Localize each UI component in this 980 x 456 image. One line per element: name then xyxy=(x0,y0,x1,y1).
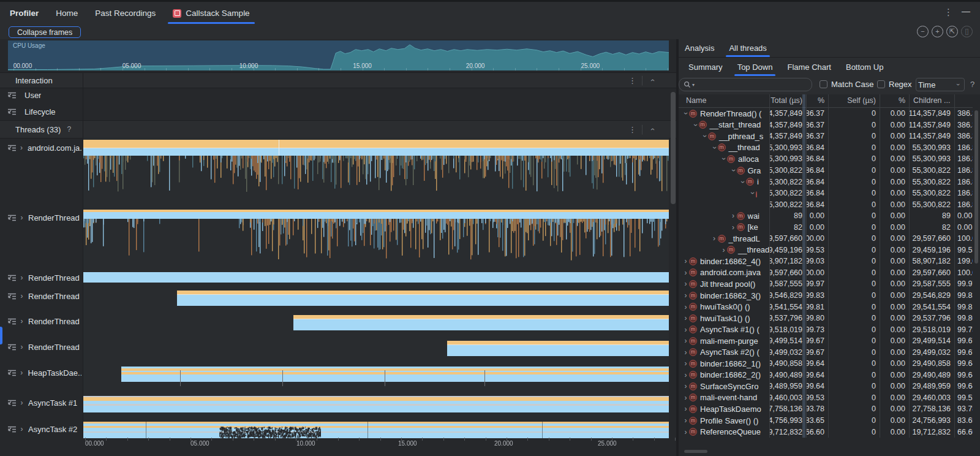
chevron-right-icon[interactable]: › xyxy=(682,303,689,311)
match-case-checkbox[interactable] xyxy=(820,80,827,88)
table-row[interactable]: ›mhwuiTask0() ()29,541,55499.8100.0029,5… xyxy=(679,301,980,313)
callstack-flame[interactable] xyxy=(83,156,669,193)
table-row[interactable]: ›m__thread55,300,993186.8400.0055,300,99… xyxy=(679,142,980,154)
thread-row-label[interactable]: ›RenderThread xyxy=(0,211,81,224)
thread-track-bar[interactable] xyxy=(447,341,669,356)
chevron-down-icon[interactable]: › xyxy=(720,156,728,162)
table-row[interactable]: ›mwai890.0000.00890.00 xyxy=(679,210,980,222)
table-row[interactable]: ›malloca55,300,993186.8400.0055,300,9931… xyxy=(679,153,980,165)
interaction-collapse-icon[interactable]: › xyxy=(649,77,656,84)
interaction-row-lifecycle[interactable]: Lifecycle xyxy=(0,104,81,120)
tab-home[interactable]: Home xyxy=(56,2,78,25)
subtab-flame-chart[interactable]: Flame Chart xyxy=(787,58,831,76)
table-row[interactable]: ›m__thread29,459,19699.5300.0029,459,196… xyxy=(679,245,980,256)
chevron-right-icon[interactable]: › xyxy=(682,314,689,322)
tab-analysis[interactable]: Analysis xyxy=(685,39,714,57)
thread-track-bar[interactable] xyxy=(177,291,669,306)
table-row[interactable]: ›mProfile Saver() ()24,756,99383.6500.00… xyxy=(679,415,980,427)
chevron-right-icon[interactable]: › xyxy=(18,214,25,221)
thread-track-bar[interactable] xyxy=(293,315,669,330)
column-header-Self (µs)[interactable]: Self (µs) xyxy=(828,94,880,108)
table-row[interactable]: ›mAsyncTask #2() (29,499,03299.6700.0029… xyxy=(679,346,980,358)
chevron-down-icon[interactable]: › xyxy=(710,144,718,151)
chevron-right-icon[interactable]: › xyxy=(682,371,689,379)
zoom-to-selection-icon[interactable]: [] xyxy=(961,26,973,37)
chevron-right-icon[interactable]: › xyxy=(682,382,689,390)
search-options-chevron-icon[interactable]: ▾ xyxy=(692,82,695,88)
thread-track-bar[interactable] xyxy=(83,140,669,156)
table-row[interactable]: ›mAsyncTask #1() (29,518,01999.7300.0029… xyxy=(679,324,980,335)
thread-row-label[interactable]: ›android.com.ja... xyxy=(0,142,81,154)
window-menu-icon[interactable]: ⋮ xyxy=(944,7,953,18)
interaction-section-header[interactable]: Interaction ⋮ › xyxy=(0,72,676,88)
search-input[interactable] xyxy=(696,80,796,89)
cpu-usage-chart[interactable]: 00.00005.00010.00015.00020.00025.000 CPU… xyxy=(8,40,669,70)
interaction-row-user[interactable]: User xyxy=(0,87,81,104)
table-row[interactable]: ›mi55,300,822186.8400.0055,300,822186.84 xyxy=(679,176,980,188)
subtab-bottom-up[interactable]: Bottom Up xyxy=(846,58,883,76)
chevron-right-icon[interactable]: › xyxy=(18,425,25,433)
tab-profiler[interactable]: Profiler xyxy=(10,2,39,25)
table-row[interactable]: ›mRenderThread() (114,357,849386.3700.00… xyxy=(679,108,980,120)
table-row[interactable]: ›mSurfaceSyncGro29,489,95999.6400.0029,4… xyxy=(679,381,980,392)
table-row[interactable]: ›m_threadL29,597,660100.0000.0029,597,66… xyxy=(679,233,980,245)
threads-section-header[interactable]: Threads (33) ? ⋮ › xyxy=(0,120,676,139)
chevron-right-icon[interactable]: › xyxy=(682,428,689,436)
chevron-right-icon[interactable]: › xyxy=(682,280,689,287)
tab-all-threads[interactable]: All threads xyxy=(729,39,766,57)
threads-menu-icon[interactable]: ⋮ xyxy=(628,125,636,134)
table-row[interactable]: ›mmali-event-hand29,460,00399.5300.0029,… xyxy=(679,392,980,404)
minimize-icon[interactable]: — xyxy=(962,6,970,16)
thread-track-bar[interactable] xyxy=(83,272,669,283)
table-row[interactable]: ›mhwuiTask1() ()29,537,79699.8000.0029,5… xyxy=(679,313,980,324)
chevron-down-icon[interactable]: › xyxy=(692,121,699,128)
table-row[interactable]: ›mbinder:16862_4()58,907,182199.0300.005… xyxy=(679,256,980,267)
thread-track-bar[interactable] xyxy=(83,422,669,438)
table-row[interactable]: 55,300,822186.8400.0055,300,822186.84 xyxy=(679,199,980,210)
thread-row-label[interactable]: ›RenderThread xyxy=(0,341,81,353)
column-header-%[interactable]: % xyxy=(880,94,909,108)
chevron-right-icon[interactable]: › xyxy=(18,292,25,300)
chevron-right-icon[interactable]: › xyxy=(711,235,718,242)
chevron-right-icon[interactable]: › xyxy=(682,292,689,299)
table-row[interactable]: ›m__pthread_s114,357,849386.3700.00114,3… xyxy=(679,131,980,142)
chevron-right-icon[interactable]: › xyxy=(682,349,689,356)
chevron-right-icon[interactable]: › xyxy=(682,394,689,401)
chevron-right-icon[interactable]: › xyxy=(720,246,727,254)
chevron-right-icon[interactable]: › xyxy=(18,399,25,406)
table-row[interactable]: ›mmali-mem-purge29,499,51499.6700.0029,4… xyxy=(679,335,980,347)
reset-zoom-icon[interactable]: ⇱ xyxy=(946,26,958,37)
help-icon[interactable]: ? xyxy=(970,80,974,89)
column-header-%[interactable]: % xyxy=(806,94,828,108)
zoom-out-icon[interactable]: − xyxy=(917,26,929,37)
thread-row-label[interactable]: ›AsyncTask #1 xyxy=(0,397,81,409)
table-row[interactable]: ›mandroid.com.java29,597,660100.0000.002… xyxy=(679,267,980,279)
table-row[interactable]: ›m[ke820.0000.00820.00 xyxy=(679,221,980,233)
thread-row-label[interactable]: ›RenderThread xyxy=(0,272,81,284)
chevron-down-icon[interactable]: › xyxy=(748,190,756,197)
chevron-right-icon[interactable]: › xyxy=(18,369,24,376)
thread-row-label[interactable]: ›HeapTaskDae... xyxy=(0,367,81,379)
chevron-right-icon[interactable]: › xyxy=(730,212,737,219)
table-row[interactable]: ›m__start_thread114,357,849386.3700.0011… xyxy=(679,120,980,131)
chevron-right-icon[interactable]: › xyxy=(682,405,689,412)
chevron-right-icon[interactable]: › xyxy=(18,144,24,151)
left-panel-scrollbar[interactable] xyxy=(671,92,676,204)
chevron-down-icon[interactable]: › xyxy=(739,178,747,185)
column-header-Children ...[interactable]: Children ... xyxy=(909,94,954,108)
filter-dropdown[interactable]: Time › xyxy=(916,78,965,91)
table-horizontal-scrollbar[interactable] xyxy=(684,450,707,453)
table-row[interactable]: ›mHeapTaskDaemo27,758,13693.7800.0027,75… xyxy=(679,403,980,415)
thread-track-bar[interactable] xyxy=(121,367,669,382)
column-header-Total (µs)[interactable]: Total (µs) xyxy=(769,94,806,108)
subtab-top-down[interactable]: Top Down xyxy=(737,58,773,76)
chevron-right-icon[interactable]: › xyxy=(682,257,689,265)
chevron-right-icon[interactable]: › xyxy=(18,317,25,325)
chevron-right-icon[interactable]: › xyxy=(682,269,689,276)
thread-row-label[interactable]: ›AsyncTask #2 xyxy=(0,423,81,435)
chevron-down-icon[interactable]: › xyxy=(682,110,690,117)
thread-row-label[interactable]: ›RenderThread xyxy=(0,290,81,302)
table-row[interactable]: ›mGra55,300,822186.8400.0055,300,822186.… xyxy=(679,165,980,177)
subtab-summary[interactable]: Summary xyxy=(688,58,723,76)
table-row[interactable]: ›mReferenceQueue19,712,83266.6000.0019,7… xyxy=(679,426,980,438)
